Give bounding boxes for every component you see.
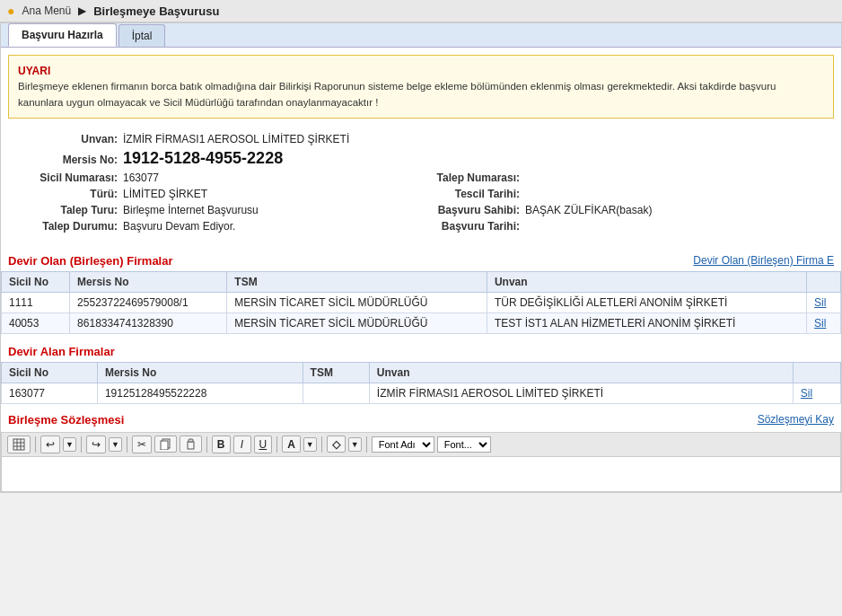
cell-unvan: İZMİR FİRMASI1 AEROSOL LİMİTED ŞİRKETİ [369,383,793,403]
sil-link[interactable]: Sil [814,317,826,330]
devir-olan-add-link[interactable]: Devir Olan (Birleşen) Firma E [693,254,834,267]
devir-alan-table: Sicil No Mersis No TSM Unvan 163077 1912… [1,362,841,404]
sil-link[interactable]: Sil [814,296,826,309]
col-unvan-1: Unvan [487,271,806,292]
nav-dot: ● [7,4,14,18]
svg-rect-0 [13,439,24,450]
italic-button[interactable]: I [233,436,251,453]
font-size-select[interactable]: Font... [437,436,491,453]
highlight-icon: ◇ [332,438,340,451]
warning-title: UYARI [18,65,50,77]
table-row: 1111 25523722469579008/1 MERSİN TİCARET … [2,292,841,312]
sicil-label: Sicil Numarası: [19,172,118,184]
col-mersisno-2: Mersis No [97,362,303,383]
mersis-value: 1912-5128-4955-2228 [123,149,283,168]
tab-basvuru-hazirla[interactable]: Başvuru Hazırla [8,23,117,47]
talep-turu-value: Birleşme İnternet Başvurusu [123,204,259,216]
redo-dropdown[interactable]: ▼ [109,437,122,452]
basvuru-sahibi-label: Başvuru Sahibi: [421,204,520,216]
undo-dropdown[interactable]: ▼ [63,437,76,452]
copy-button[interactable] [154,436,177,453]
cell-unvan: TÜR DEĞİŞİKLİĞİ ALETLERİ ANONİM ŞİRKETİ [487,292,806,312]
basvuru-sahibi-value: BAŞAK ZÜLFİKAR(basak) [525,204,652,216]
sil-link[interactable]: Sil [801,387,812,400]
redo-button[interactable]: ↪ [86,436,106,453]
col-sicilno-2: Sicil No [2,362,98,383]
company-info: Unvan: İZMİR FİRMASI1 AEROSOL LİMİTED Şİ… [1,126,841,243]
svg-rect-8 [189,439,193,442]
cell-tsm [303,383,369,403]
top-nav: ● Ana Menü ▶ Birleşmeye Başvurusu [0,0,842,22]
talep-durumu-label: Talep Durumu: [19,220,118,233]
sep-2 [81,436,82,453]
col-action-2 [793,362,840,383]
devir-olan-table: Sicil No Mersis No TSM Unvan 1111 255237… [1,271,841,334]
turu-value: LİMİTED ŞİRKET [123,188,207,200]
devir-alan-header: Devir Alan Firmalar [1,339,841,362]
undo-button[interactable]: ↩ [40,436,60,453]
sicil-value: 163077 [123,172,159,184]
col-action-1 [807,271,841,292]
editor-toolbar: ↩ ▼ ↪ ▼ ✂ B I U A ▼ ◇ ▼ Font Adı [1,432,841,456]
table-row: 40053 8618334741328390 MERSİN TİCARET Sİ… [2,312,841,333]
highlight-button[interactable]: ◇ [327,436,346,453]
svg-rect-7 [188,442,194,449]
nav-separator: ▶ [78,4,86,17]
basvuru-tarihi-label: Başvuru Tarihi: [421,220,520,233]
sep-7 [366,436,367,453]
font-color-a: A [287,438,295,451]
svg-rect-6 [161,441,168,450]
cell-action[interactable]: Sil [793,383,840,403]
cell-mersisno: 8618334741328390 [70,312,227,333]
sozlesme-header: Birleşme Sözleşmesi Sözleşmeyi Kay [1,408,841,432]
ana-menu-link[interactable]: Ana Menü [22,4,71,17]
sozlesme-title: Birleşme Sözleşmesi [8,413,124,427]
sep-6 [321,436,322,453]
cell-sicilno: 163077 [2,383,98,403]
cell-action[interactable]: Sil [807,312,841,333]
col-tsm-2: TSM [303,362,369,383]
mersis-label: Mersis No: [19,154,118,166]
turu-label: Türü: [19,188,118,200]
cut-button[interactable]: ✂ [132,436,152,453]
col-unvan-2: Unvan [369,362,793,383]
sep-5 [276,436,277,453]
sep-4 [206,436,207,453]
warning-text: Birleşmeye eklenen firmanın borca batık … [18,81,776,107]
warning-box: UYARI Birleşmeye eklenen firmanın borca … [8,55,834,119]
cell-sicilno: 1111 [2,292,70,312]
font-color-button[interactable]: A [282,436,301,453]
table-icon[interactable] [7,436,31,453]
devir-olan-header: Devir Olan (Birleşen) Firmalar Devir Ola… [1,249,841,271]
cell-mersisno: 25523722469579008/1 [70,292,227,312]
sozlesme-save-link[interactable]: Sözleşmeyi Kay [758,413,834,426]
highlight-dropdown[interactable]: ▼ [348,437,362,452]
cell-action[interactable]: Sil [807,292,841,312]
table-row: 163077 19125128495522228 İZMİR FİRMASI1 … [2,383,841,403]
col-tsm-1: TSM [227,271,487,292]
talep-num-label: Talep Numarası: [421,172,520,184]
cell-unvan: TEST İST1 ALAN HİZMETLERİ ANONİM ŞİRKETİ [487,312,806,333]
bold-button[interactable]: B [212,436,231,453]
talep-durumu-value: Başvuru Devam Ediyor. [123,220,235,233]
font-name-select[interactable]: Font Adı [372,436,434,453]
sep-3 [127,436,127,453]
main-content: Başvuru Hazırla İptal UYARI Birleşmeye e… [0,22,842,493]
cell-tsm: MERSİN TİCARET SİCİL MÜDÜRLÜĞÜ [227,292,487,312]
col-mersisno-1: Mersis No [70,271,227,292]
underline-button[interactable]: U [254,436,273,453]
editor-area[interactable] [1,456,841,492]
cell-mersisno: 19125128495522228 [97,383,303,403]
devir-olan-title: Devir Olan (Birleşen) Firmalar [8,254,173,268]
page-title: Birleşmeye Başvurusu [93,4,219,18]
sep-1 [35,436,36,453]
tescil-label: Tescil Tarihi: [421,188,520,200]
devir-alan-title: Devir Alan Firmalar [8,345,115,358]
tab-iptal[interactable]: İptal [118,24,166,47]
cell-sicilno: 40053 [2,312,70,333]
paste-button[interactable] [180,436,202,453]
talep-turu-label: Talep Turu: [19,204,118,216]
unvan-value: İZMİR FİRMASI1 AEROSOL LİMİTED ŞİRKETİ [123,133,349,145]
col-sicilno-1: Sicil No [2,271,70,292]
font-color-dropdown[interactable]: ▼ [303,437,317,452]
